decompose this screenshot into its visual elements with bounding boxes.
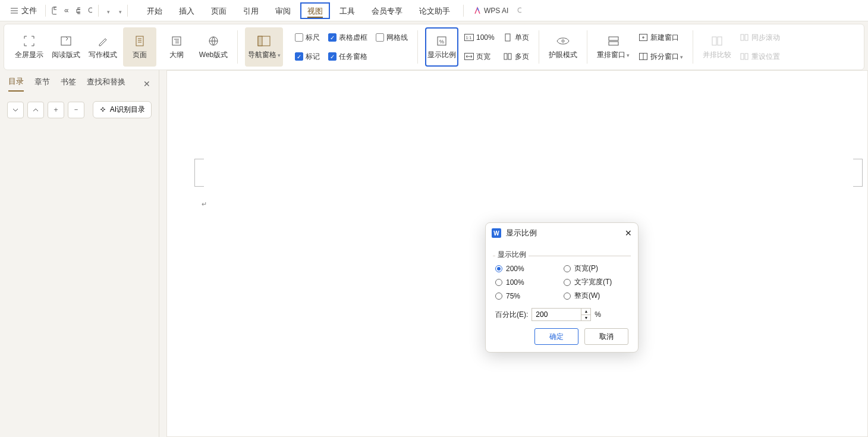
nav-pane-button[interactable]: 导航窗格 xyxy=(245,27,283,67)
separator xyxy=(539,30,539,64)
dialog-close-icon[interactable]: ✕ xyxy=(625,228,632,238)
svg-text:%: % xyxy=(439,39,444,45)
zoom-icon: % xyxy=(435,34,448,48)
radio-whole-page[interactable]: 整页(W) xyxy=(564,291,628,301)
svg-rect-34 xyxy=(745,54,748,59)
sidebar-tab-find-replace[interactable]: 查找和替换 xyxy=(87,77,125,91)
read-layout-label: 阅读版式 xyxy=(52,50,80,60)
redo-dropdown-icon[interactable] xyxy=(118,6,122,15)
tab-view[interactable]: 视图 xyxy=(300,2,330,19)
file-menu-button[interactable]: 文件 xyxy=(6,3,42,18)
page-view-button[interactable]: 页面 xyxy=(123,27,156,67)
print-preview-icon[interactable] xyxy=(85,6,95,15)
ok-button[interactable]: 确定 xyxy=(534,328,578,345)
tab-member[interactable]: 会员专享 xyxy=(364,2,410,19)
dialog-titlebar: W 显示比例 ✕ xyxy=(486,223,638,243)
percent-spinner[interactable]: ▲▼ xyxy=(581,308,591,321)
side-by-side-label: 并排比较 xyxy=(703,50,731,60)
tab-insert[interactable]: 插入 xyxy=(172,2,202,19)
add-button[interactable]: ＋ xyxy=(48,102,64,118)
reset-position-button: 重设位置 xyxy=(737,49,782,64)
web-layout-icon xyxy=(207,34,220,48)
radio-text-width[interactable]: 文字宽度(T) xyxy=(564,277,628,287)
task-pane-checkbox[interactable]: 任务窗格 xyxy=(326,49,370,64)
tab-start[interactable]: 开始 xyxy=(140,2,169,19)
sidebar-tab-toc[interactable]: 目录 xyxy=(8,76,24,92)
fullscreen-icon xyxy=(23,34,36,48)
svg-rect-11 xyxy=(136,36,143,46)
tab-tools[interactable]: 工具 xyxy=(332,2,362,19)
ruler-checkbox[interactable]: 标尺 xyxy=(293,30,322,45)
gridlines-checkbox[interactable]: 网格线 xyxy=(373,30,410,45)
zoom-group: %显示比例 1:1100% 页宽 单页 多页 xyxy=(422,27,535,67)
checkbox-icon xyxy=(295,33,303,42)
work-area: 目录 章节 书签 查找和替换 ✕ ＋ － AI识别目录 ↵ xyxy=(0,70,868,437)
tab-thesis[interactable]: 论文助手 xyxy=(412,2,457,19)
spin-down-icon[interactable]: ▼ xyxy=(581,315,590,321)
search-icon[interactable] xyxy=(514,6,524,15)
side-by-side-button[interactable]: 并排比较 xyxy=(700,27,734,67)
web-layout-button[interactable]: Web版式 xyxy=(197,27,230,67)
sidebar-close-icon[interactable]: ✕ xyxy=(143,79,150,89)
fullscreen-button[interactable]: 全屏显示 xyxy=(12,27,46,67)
zoom-100-button[interactable]: 1:1100% xyxy=(462,30,497,45)
page-view-label: 页面 xyxy=(133,50,147,60)
svg-rect-6 xyxy=(78,8,80,10)
eyecare-label: 护眼模式 xyxy=(549,50,577,60)
tab-page[interactable]: 页面 xyxy=(204,2,234,19)
radio-icon xyxy=(495,293,502,300)
gridlines-label: 网格线 xyxy=(386,33,408,43)
write-mode-button[interactable]: 写作模式 xyxy=(86,27,119,67)
radio-icon xyxy=(564,293,571,300)
single-page-button[interactable]: 单页 xyxy=(501,30,532,45)
nav-pane-icon xyxy=(257,34,271,48)
split-window-button[interactable]: 拆分窗口 xyxy=(636,49,685,64)
separator xyxy=(587,30,587,64)
percent-input[interactable] xyxy=(532,308,581,321)
reset-position-icon xyxy=(740,52,749,61)
sidebar-tab-bookmark[interactable]: 书签 xyxy=(61,77,76,91)
sidebar-tab-chapter[interactable]: 章节 xyxy=(34,77,50,91)
radio-75[interactable]: 75% xyxy=(495,291,560,301)
undo-button[interactable] xyxy=(102,6,112,15)
new-window-button[interactable]: 新建窗口 xyxy=(636,30,685,45)
window-group: 重排窗口 新建窗口 拆分窗口 xyxy=(591,27,689,67)
write-mode-icon xyxy=(96,34,109,48)
read-layout-button[interactable]: 阅读版式 xyxy=(49,27,83,67)
page-width-button[interactable]: 页宽 xyxy=(462,49,497,64)
collapse-up-button[interactable] xyxy=(27,102,44,118)
mark-checkbox[interactable]: 标记 xyxy=(293,49,322,64)
rearrange-window-button[interactable]: 重排窗口 xyxy=(595,27,633,67)
save-icon[interactable] xyxy=(49,6,59,15)
table-frame-checkbox[interactable]: 表格虚框 xyxy=(326,30,370,45)
new-window-label: 新建窗口 xyxy=(650,33,679,43)
redo-button[interactable] xyxy=(114,6,124,15)
radio-100[interactable]: 100% xyxy=(495,277,560,287)
wps-ai-button[interactable]: WPS AI xyxy=(473,7,508,15)
tab-reference[interactable]: 引用 xyxy=(236,2,266,19)
file-label: 文件 xyxy=(21,5,37,16)
ai-sparkle-icon xyxy=(99,106,106,114)
radio-200[interactable]: 200% xyxy=(495,263,560,273)
radio-icon xyxy=(495,279,502,286)
share-icon[interactable] xyxy=(61,6,71,15)
tab-review[interactable]: 审阅 xyxy=(268,2,298,19)
split-window-label: 拆分窗口 xyxy=(650,52,683,62)
radio-75-label: 75% xyxy=(506,292,520,300)
print-icon[interactable] xyxy=(73,6,83,15)
svg-rect-31 xyxy=(741,34,744,40)
eyecare-button[interactable]: 护眼模式 xyxy=(546,27,580,67)
cancel-button[interactable]: 取消 xyxy=(584,328,628,345)
expand-down-button[interactable] xyxy=(7,102,24,118)
zoom-button[interactable]: %显示比例 xyxy=(425,27,458,67)
radio-page-width[interactable]: 页宽(P) xyxy=(564,263,628,273)
separator xyxy=(463,5,464,17)
remove-button[interactable]: － xyxy=(68,102,84,118)
outline-button[interactable]: 大纲 xyxy=(160,27,193,67)
ai-recognize-toc-button[interactable]: AI识别目录 xyxy=(93,101,152,118)
multi-page-button[interactable]: 多页 xyxy=(501,49,532,64)
spin-up-icon[interactable]: ▲ xyxy=(581,309,590,315)
undo-dropdown-icon[interactable] xyxy=(106,6,110,15)
chevron-down-icon xyxy=(276,51,281,59)
hamburger-icon xyxy=(11,8,18,14)
